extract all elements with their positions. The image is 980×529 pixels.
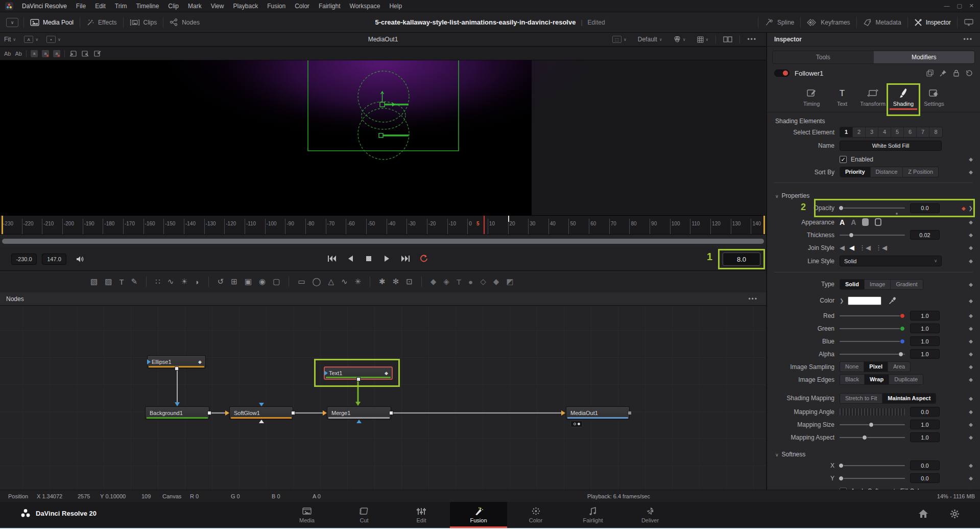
mapping-size-keyframe-icon[interactable]: ◆ [969,422,973,427]
menu-color[interactable]: Color [290,0,314,12]
line-style-keyframe-icon[interactable]: ◆ [969,258,973,264]
rectangle-mask-icon[interactable]: ▭ [298,277,305,286]
page-tab-fairlight[interactable]: Fairlight [564,502,622,528]
keyframes-button[interactable]: Keyframes [801,12,856,33]
properties-section-header[interactable]: ∨Properties [767,187,980,200]
appearance-outline-text-icon[interactable]: A [851,218,856,226]
style-swatch-2-icon[interactable]: a [42,50,49,57]
audio-mute-button[interactable] [76,255,85,264]
node-input-arrow[interactable] [147,359,151,364]
black-option[interactable]: Black [840,375,865,384]
appearance-keyframe-icon[interactable]: ◆ [969,219,973,225]
roi-select[interactable]: ⬚∨ [608,36,631,43]
wrap-option[interactable]: Wrap [865,375,889,384]
node-background1[interactable]: Background1 [145,406,209,420]
blue-keyframe-icon[interactable]: ◆ [969,338,973,344]
alpha-keyframe-icon[interactable]: ◆ [969,351,973,357]
huecurves-tool-icon[interactable]: ◗ [195,278,200,286]
style-swatch-3-icon[interactable]: a [53,50,60,57]
ellipse-mask-icon[interactable]: ◯ [313,277,321,286]
maximize-icon[interactable]: ▢ [957,3,962,9]
menu-edit[interactable]: Edit [90,0,110,12]
page-tab-deliver[interactable]: Deliver [622,502,679,528]
dve-tool-icon[interactable]: ◉ [259,277,266,286]
polygon-mask-icon[interactable]: △ [328,277,334,286]
effects-button[interactable]: Effects [80,12,123,33]
area-option[interactable]: Area [888,362,910,372]
node-merge1[interactable]: Merge1 [327,406,391,420]
alpha-slider[interactable] [840,354,905,355]
play-button[interactable] [380,252,394,265]
node-output-connector[interactable] [207,411,211,415]
solid-option[interactable]: Solid [840,280,865,289]
element-6-button[interactable]: 6 [904,127,917,137]
color-keyframe-icon[interactable]: ◆ [969,298,973,304]
thickness-keyframe-icon[interactable]: ◆ [969,232,973,238]
join-style-keyframe-icon[interactable]: ◆ [969,245,973,250]
playhead[interactable] [484,216,485,234]
red-slider[interactable] [840,315,905,316]
viewer-buffer-select[interactable]: ▪∨ [42,36,65,43]
menu-clip[interactable]: Clip [163,0,183,12]
join-round-icon[interactable]: ◀ [849,244,854,251]
snap-guide-3-icon[interactable] [93,50,102,57]
snap-guide-2-icon[interactable] [81,50,89,57]
magicmask-tool-icon[interactable]: ✳ [355,277,362,286]
colorcurves-tool-icon[interactable]: ∿ [168,277,174,286]
mapping-size-slider[interactable] [840,424,905,425]
element-4-button[interactable]: 4 [878,127,891,137]
nodes-button[interactable]: Nodes [163,12,206,33]
camera3d-tool-icon[interactable]: ◇ [480,277,486,286]
timeline-ruler[interactable]: -230-220-210-200-190-180-170-160-150-140… [0,215,766,235]
softness-x-value[interactable]: 0.0 [910,461,940,470]
menu-help[interactable]: Help [385,0,407,12]
modifier-enable-toggle[interactable] [774,70,790,77]
settings-button[interactable] [950,509,960,519]
timeline-scrollbar[interactable] [2,239,764,244]
menu-trim[interactable]: Trim [110,0,132,12]
thickness-slider[interactable] [840,235,905,236]
imageplane3d-tool-icon[interactable]: ◆ [431,277,437,286]
mapping-angle-keyframe-icon[interactable]: ◆ [969,409,973,415]
menu-timeline[interactable]: Timeline [131,0,163,12]
viewer-canvas[interactable] [0,60,766,215]
subtab-transform[interactable]: Transform [858,84,888,107]
image-sampling-keyframe-icon[interactable]: ◆ [969,364,973,370]
lut-select[interactable]: Default∨ [634,36,666,43]
page-tab-media[interactable]: Media [278,502,336,528]
join-bevel-icon[interactable]: ⋮◀ [859,244,871,251]
resize-tool-icon[interactable]: ⊞ [231,277,237,286]
text-tool-icon[interactable]: T [119,278,124,286]
pin-icon[interactable] [940,70,947,77]
snap-guide-1-icon[interactable] [69,50,77,57]
image-option[interactable]: Image [865,280,891,289]
menu-fairlight[interactable]: Fairlight [314,0,345,12]
mapping-angle-thumbwheel[interactable] [840,408,905,416]
inspector-button[interactable]: Inspector [908,12,957,33]
pixel-option[interactable]: Pixel [864,362,888,372]
blue-value[interactable]: 1.0 [910,336,940,346]
transform-tool-icon[interactable]: ↺ [218,277,224,286]
color-expand-icon[interactable]: ❯ [840,298,844,304]
node-mediaout1[interactable]: MediaOut1 [566,406,630,420]
node-mask-input-arrow[interactable] [259,403,264,406]
text-plus-tool-icon[interactable]: Ab [4,51,11,57]
minimize-icon[interactable]: — [944,3,949,9]
page-tab-fusion[interactable]: Fusion [450,502,507,528]
guides-select[interactable]: ∨ [693,36,713,43]
element-5-button[interactable]: 5 [891,127,904,137]
tab-modifiers[interactable]: Modifiers [874,51,975,63]
green-slider[interactable] [840,328,905,329]
loop-button[interactable] [417,252,431,265]
pimageemitter-tool-icon[interactable]: ⊡ [406,277,413,286]
none-option[interactable]: None [840,362,864,372]
join-none-icon[interactable]: ⋮◀ [875,244,887,251]
duplicate-option[interactable]: Duplicate [889,375,923,384]
viewer-channel-select[interactable]: A∨ [20,36,42,43]
subtab-shading[interactable]: Shading [889,84,918,107]
node-ellipse1[interactable]: Ellipse1◆ [147,355,206,369]
menu-mark[interactable]: Mark [183,0,206,12]
menu-davinci-resolve[interactable]: DaVinci Resolve [17,0,71,12]
page-tab-cut[interactable]: Cut [336,502,393,528]
spline-button[interactable]: Spline [758,12,800,33]
